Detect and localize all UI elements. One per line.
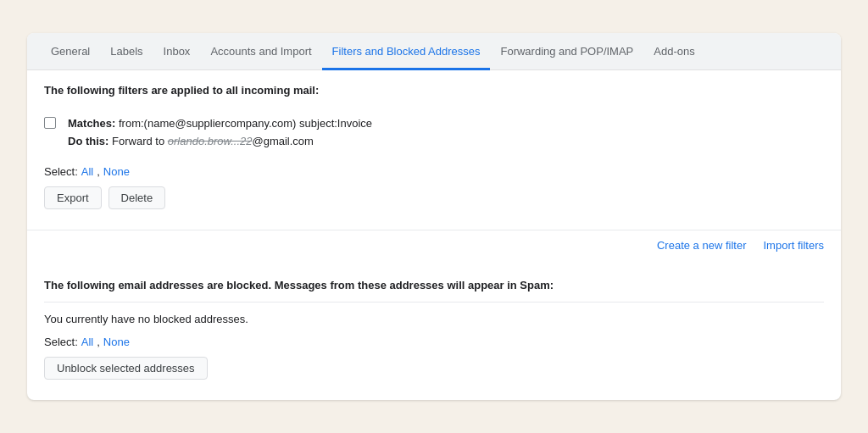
filters-section: The following filters are applied to all…	[27, 70, 841, 231]
dothis-label: Do this:	[68, 135, 108, 147]
dothis-prefix-text: Forward to	[112, 135, 168, 147]
filters-select-label: Select:	[44, 165, 78, 178]
tab-labels[interactable]: Labels	[100, 33, 153, 70]
delete-button[interactable]: Delete	[108, 186, 166, 209]
filter-checkbox[interactable]	[44, 117, 56, 129]
blocked-section: The following email addresses are blocke…	[27, 265, 841, 400]
tab-accounts-import[interactable]: Accounts and Import	[200, 33, 321, 70]
tabs-bar: General Labels Inbox Accounts and Import…	[27, 33, 841, 70]
no-blocked-message: You currently have no blocked addresses.	[44, 313, 824, 325]
filters-select-none[interactable]: None	[103, 165, 130, 178]
blocked-select-label: Select:	[44, 336, 78, 348]
divider	[44, 302, 824, 303]
filters-btn-row: Export Delete	[44, 186, 824, 209]
filters-select-all[interactable]: All	[81, 165, 93, 178]
filters-section-title: The following filters are applied to all…	[44, 84, 824, 97]
blocked-select-row: Select: All, None	[44, 336, 824, 348]
filter-row: Matches: from:(name@suppliercompany.com)…	[44, 107, 824, 159]
export-button[interactable]: Export	[44, 186, 102, 209]
tab-forwarding[interactable]: Forwarding and POP/IMAP	[490, 33, 643, 70]
matches-value-text: from:(name@suppliercompany.com) subject:…	[119, 117, 372, 130]
create-filter-link[interactable]: Create a new filter	[657, 239, 747, 252]
blocked-btn-row: Unblock selected addresses	[44, 357, 824, 380]
import-filters-link[interactable]: Import filters	[763, 239, 824, 252]
filter-details: Matches: from:(name@suppliercompany.com)…	[68, 115, 372, 151]
tab-filters-blocked[interactable]: Filters and Blocked Addresses	[322, 33, 491, 70]
comma1: ,	[97, 165, 100, 178]
comma2: ,	[97, 336, 100, 348]
settings-card: General Labels Inbox Accounts and Import…	[27, 33, 841, 401]
dothis-redacted: orlando.brow...22	[168, 135, 253, 147]
tab-addons[interactable]: Add-ons	[643, 33, 704, 70]
tab-general[interactable]: General	[41, 33, 100, 70]
filters-content: The following filters are applied to all…	[27, 70, 841, 401]
filter-actions-right: Create a new filter Import filters	[27, 230, 841, 265]
blocked-section-title: The following email addresses are blocke…	[44, 279, 824, 291]
dothis-suffix: @gmail.com	[253, 135, 314, 147]
unblock-button[interactable]: Unblock selected addresses	[44, 357, 208, 380]
matches-label: Matches:	[68, 117, 115, 130]
blocked-select-all[interactable]: All	[81, 336, 93, 348]
filters-select-row: Select: All, None	[44, 165, 824, 178]
tab-inbox[interactable]: Inbox	[153, 33, 201, 70]
blocked-select-none[interactable]: None	[103, 336, 130, 348]
